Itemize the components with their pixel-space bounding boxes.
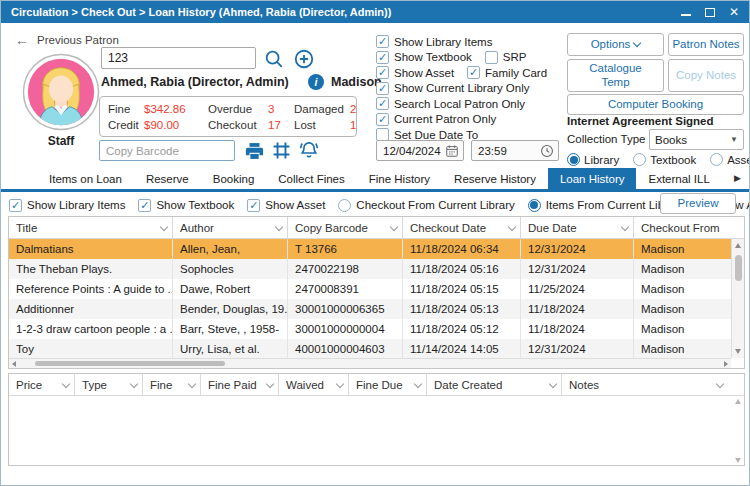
checkbox-lh-show-textbook[interactable]	[138, 199, 151, 212]
clock-icon[interactable]	[540, 144, 554, 158]
checkbox-srp[interactable]	[485, 51, 498, 64]
column-header-date-created[interactable]: Date Created	[427, 374, 562, 395]
column-header-fine-paid[interactable]: Fine Paid	[201, 374, 279, 395]
copy-notes-button[interactable]: Copy Notes	[668, 59, 744, 92]
checkbox-family-card[interactable]	[467, 66, 480, 79]
preview-button[interactable]: Preview	[660, 193, 736, 214]
column-header-fine[interactable]: Fine	[143, 374, 201, 395]
column-label: Type	[82, 379, 107, 391]
tab-booking[interactable]: Booking	[201, 168, 267, 189]
cell-checkout-date: 11/18/2024 05:15	[403, 279, 521, 299]
table-row[interactable]: Additionner Bender, Douglas, 19... 30001…	[9, 299, 731, 319]
cell-checkout-from: Madison	[634, 339, 731, 359]
checkbox-show-asset[interactable]	[376, 66, 389, 79]
close-icon[interactable]: ✕	[729, 6, 739, 18]
scroll-up-icon[interactable]	[735, 243, 741, 248]
search-icon[interactable]	[263, 48, 285, 70]
column-header-checkout-from[interactable]: Checkout From	[634, 217, 744, 238]
checkbox-current-patron-only[interactable]	[376, 113, 389, 126]
radio-items-from-current-library[interactable]	[528, 199, 541, 212]
column-filter-chevron-icon[interactable]	[336, 379, 344, 387]
column-header-notes[interactable]: Notes	[562, 374, 744, 395]
checkbox-show-current-library-only[interactable]	[376, 82, 389, 95]
minimize-icon[interactable]	[681, 14, 691, 16]
column-filter-chevron-icon[interactable]	[390, 222, 398, 230]
column-filter-chevron-icon[interactable]	[716, 379, 724, 387]
checkbox-lh-show-library-items[interactable]	[9, 199, 22, 212]
column-filter-chevron-icon[interactable]	[275, 222, 283, 230]
table-row[interactable]: Toy Urry, Lisa, et al. 40001000004603 11…	[9, 339, 731, 359]
info-icon[interactable]: i	[308, 74, 324, 90]
column-filter-chevron-icon[interactable]	[160, 222, 168, 230]
tab-fine-history[interactable]: Fine History	[357, 168, 442, 189]
radio-circle[interactable]	[633, 153, 646, 166]
tab-scroll-right-icon[interactable]: ▶	[734, 173, 741, 183]
scrollbar-thumb[interactable]	[35, 361, 225, 366]
tab-external-ill[interactable]: External ILL	[636, 168, 721, 189]
column-filter-chevron-icon[interactable]	[549, 379, 557, 387]
radio-circle[interactable]	[710, 153, 723, 166]
horizontal-scrollbar[interactable]	[9, 358, 731, 368]
scroll-left-icon[interactable]	[12, 361, 16, 367]
column-header-due-date[interactable]: Due Date	[521, 217, 634, 238]
column-filter-chevron-icon[interactable]	[62, 379, 70, 387]
frame-icon[interactable]	[272, 141, 291, 160]
tab-lost-claim-return[interactable]: Lost/Claim Return	[722, 168, 729, 189]
tab-reserve[interactable]: Reserve	[134, 168, 201, 189]
checkbox-search-local-patron-only[interactable]	[376, 97, 389, 110]
table-row[interactable]: 1-2-3 draw cartoon people : a ... Barr, …	[9, 319, 731, 339]
radio-asset[interactable]: Asset	[710, 153, 750, 166]
print-icon[interactable]	[244, 141, 265, 161]
column-filter-chevron-icon[interactable]	[508, 222, 516, 230]
copy-barcode-input[interactable]	[99, 140, 235, 161]
scroll-right-icon[interactable]	[724, 361, 728, 367]
previous-patron-link[interactable]: ← Previous Patron	[15, 32, 119, 48]
column-filter-chevron-icon[interactable]	[266, 379, 274, 387]
vertical-scrollbar[interactable]	[731, 239, 744, 358]
restore-icon[interactable]	[705, 8, 715, 17]
column-header-fine-due[interactable]: Fine Due	[349, 374, 427, 395]
tab-loan-history[interactable]: Loan History	[548, 168, 637, 189]
patron-avatar[interactable]	[22, 53, 100, 131]
radio-circle[interactable]	[567, 153, 580, 166]
column-header-price[interactable]: Price	[9, 374, 75, 395]
column-filter-chevron-icon[interactable]	[188, 379, 196, 387]
column-header-copy-barcode[interactable]: Copy Barcode	[288, 217, 403, 238]
bell-icon[interactable]	[297, 139, 321, 160]
tab-items-on-loan[interactable]: Items on Loan	[37, 168, 134, 189]
tab-collect-fines[interactable]: Collect Fines	[266, 168, 356, 189]
checkbox-show-library-items[interactable]	[376, 35, 389, 48]
radio-library[interactable]: Library	[567, 153, 619, 166]
column-filter-chevron-icon[interactable]	[414, 379, 422, 387]
patron-id-input[interactable]	[101, 47, 256, 69]
table-row[interactable]: Reference Points : A guide to ... Dawe, …	[9, 279, 731, 299]
calendar-icon[interactable]	[445, 144, 459, 158]
collection-type-select[interactable]: Books ▼	[649, 129, 744, 150]
cell-checkout-date: 11/18/2024 05:16	[403, 259, 521, 279]
add-patron-icon[interactable]	[293, 48, 315, 70]
options-button[interactable]: Options	[567, 33, 664, 56]
radio-textbook[interactable]: Textbook	[633, 153, 696, 166]
due-date-input[interactable]: 12/04/2024	[376, 140, 464, 161]
patron-notes-button[interactable]: Patron Notes	[668, 33, 744, 56]
scroll-down-icon[interactable]	[735, 349, 741, 354]
radio-checkout-from-current-library[interactable]	[338, 199, 351, 212]
checkbox-show-textbook[interactable]	[376, 51, 389, 64]
catalogue-temp-button[interactable]: Catalogue Temp	[567, 59, 664, 92]
tab-reserve-history[interactable]: Reserve History	[442, 168, 548, 189]
scroll-up-icon[interactable]	[735, 399, 741, 404]
column-header-checkout-date[interactable]: Checkout Date	[403, 217, 521, 238]
table-row[interactable]: The Theban Plays. Sophocles 2470022198 1…	[9, 259, 731, 279]
column-header-title[interactable]: Title	[9, 217, 173, 238]
checkbox-lh-show-asset[interactable]	[247, 199, 260, 212]
column-header-author[interactable]: Author	[173, 217, 288, 238]
table-row[interactable]: Dalmatians Allen, Jean, T 13766 11/18/20…	[9, 239, 731, 259]
due-time-input[interactable]: 23:59	[471, 140, 559, 161]
scrollbar-thumb[interactable]	[735, 255, 742, 281]
computer-booking-button[interactable]: Computer Booking	[567, 94, 744, 115]
column-filter-chevron-icon[interactable]	[130, 379, 138, 387]
scroll-down-icon[interactable]	[735, 458, 741, 463]
column-header-waived[interactable]: Waived	[279, 374, 349, 395]
column-filter-chevron-icon[interactable]	[621, 222, 629, 230]
column-header-type[interactable]: Type	[75, 374, 143, 395]
